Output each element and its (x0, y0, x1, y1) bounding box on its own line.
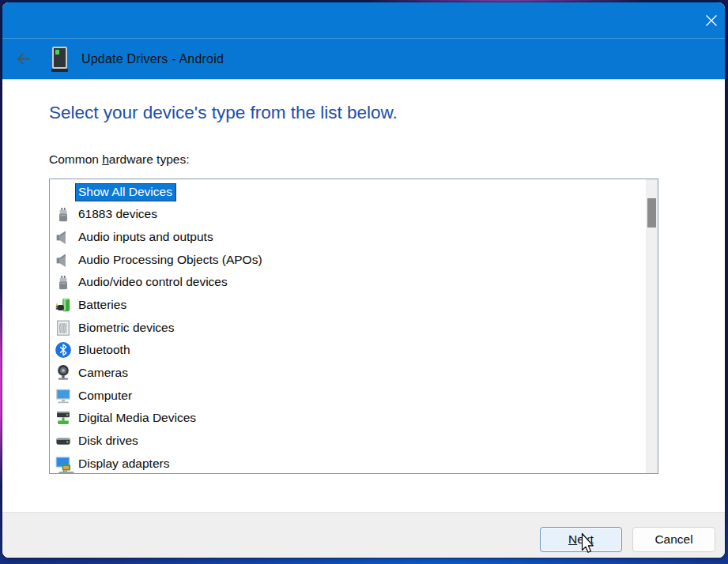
list-item-label: Audio Processing Objects (APOs) (75, 251, 266, 269)
close-button[interactable] (700, 9, 722, 32)
wizard-footer: Next Cancel (2, 512, 725, 558)
list-item-label: Audio inputs and outputs (75, 228, 217, 246)
close-icon (705, 14, 718, 27)
back-button[interactable] (13, 50, 32, 69)
list-item-label: Batteries (75, 296, 130, 314)
partial-icon (58, 472, 74, 475)
titlebar (2, 2, 725, 38)
list-item-label: Bluetooth (75, 341, 134, 359)
list-item[interactable]: Display adapters (50, 453, 645, 474)
list-item[interactable]: Computer (50, 385, 645, 408)
list-item[interactable]: Bluetooth (50, 339, 645, 362)
speaker-icon (55, 251, 72, 269)
list-item[interactable]: Audio Processing Objects (APOs) (50, 249, 645, 272)
list-item[interactable]: Batteries (50, 294, 645, 317)
list-item[interactable]: 61883 devices (50, 204, 645, 227)
list-item-label: Computer (75, 387, 135, 405)
list-item-label: 61883 devices (75, 205, 160, 224)
fingerprint-icon (55, 319, 72, 337)
update-drivers-window: Update Drivers - Android Select your dev… (2, 2, 725, 558)
wizard-header: Update Drivers - Android (2, 38, 725, 79)
list-item[interactable]: Biometric devices (50, 317, 645, 340)
list-item-label: Audio/video control devices (75, 273, 231, 291)
mouse-cursor (580, 532, 596, 558)
usb-plug-icon (55, 274, 72, 291)
hardware-types-listbox[interactable]: Show All Devices61883 devicesAudio input… (49, 179, 658, 474)
wizard-title: Update Drivers - Android (81, 52, 224, 66)
list-item[interactable]: Audio inputs and outputs (50, 226, 645, 249)
device-icon (51, 47, 68, 72)
list-item[interactable]: Show All Devices (50, 181, 645, 204)
hardware-types-label: Common hardware types: (49, 152, 189, 167)
list-item-label: Digital Media Devices (75, 409, 199, 427)
list-item-label: Biometric devices (75, 319, 177, 337)
list-item[interactable]: Digital Media Devices (50, 407, 645, 430)
wizard-content: Select your device's type from the list … (2, 79, 725, 512)
scrollbar-thumb[interactable] (647, 198, 656, 227)
listbox-scrollbar[interactable] (646, 179, 658, 473)
list-item[interactable]: Cameras (50, 362, 645, 385)
list-item-label: Cameras (75, 364, 131, 382)
list-item-label: Show All Devices (75, 183, 176, 201)
cancel-button[interactable]: Cancel (632, 527, 715, 552)
list-item[interactable]: Disk drives (50, 430, 645, 453)
list-item-label: Disk drives (75, 432, 141, 450)
list-item[interactable]: Audio/video control devices (50, 272, 645, 295)
bluetooth-icon (55, 341, 72, 359)
battery-icon (55, 296, 72, 314)
usb-plug-icon (55, 206, 72, 224)
media-device-icon (55, 409, 72, 427)
display-adapter-icon (55, 455, 72, 472)
computer-icon (55, 387, 72, 404)
none (55, 183, 72, 201)
disk-drive-icon (55, 432, 72, 449)
camera-icon (55, 364, 72, 382)
list-item-label: Display adapters (75, 455, 172, 473)
page-heading: Select your device's type from the list … (49, 103, 398, 123)
speaker-icon (55, 228, 72, 246)
back-arrow-icon (15, 51, 32, 67)
